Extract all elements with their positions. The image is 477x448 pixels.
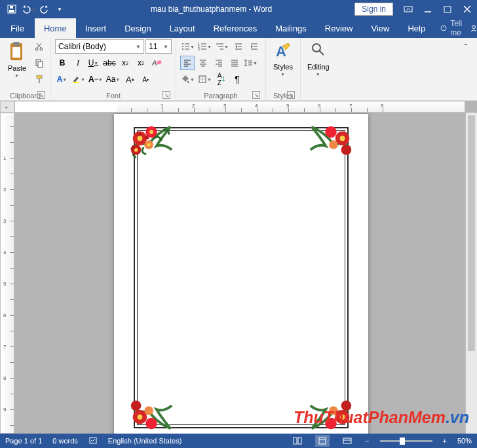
borders-button[interactable]: ▼ xyxy=(197,72,213,86)
shading-button[interactable]: ▼ xyxy=(180,72,196,86)
paste-label: Paste xyxy=(8,64,26,72)
highlight-button[interactable]: ▼ xyxy=(71,72,86,86)
copy-button[interactable] xyxy=(32,56,47,70)
clipboard-launcher[interactable]: ↘ xyxy=(37,91,45,99)
svg-text:3: 3 xyxy=(198,47,200,51)
line-spacing-button[interactable]: ▼ xyxy=(243,56,259,70)
grow-font-button[interactable]: A▴ xyxy=(123,72,137,86)
change-case-button[interactable]: Aa▼ xyxy=(105,72,122,86)
styles-icon: A xyxy=(274,42,292,62)
tab-file[interactable]: File xyxy=(0,18,35,38)
svg-point-29 xyxy=(182,48,183,50)
signin-button[interactable]: Sign in xyxy=(354,3,393,16)
tell-me[interactable]: Tell me xyxy=(440,18,462,38)
tab-design[interactable]: Design xyxy=(115,18,160,38)
svg-point-74 xyxy=(149,130,153,134)
qat-customize[interactable]: ▼ xyxy=(55,1,64,17)
clear-formatting-button[interactable]: A xyxy=(149,56,164,70)
justify-button[interactable] xyxy=(227,56,242,70)
font-launcher[interactable]: ↘ xyxy=(162,91,170,99)
styles-button[interactable]: A Styles▼ xyxy=(270,39,296,77)
tab-view[interactable]: View xyxy=(362,18,398,38)
italic-button[interactable]: I xyxy=(71,56,85,70)
svg-point-81 xyxy=(325,126,337,138)
redo-button[interactable] xyxy=(38,1,54,17)
bullets-button[interactable]: ▼ xyxy=(180,39,196,54)
paragraph-launcher[interactable]: ↘ xyxy=(252,91,260,99)
close-button[interactable] xyxy=(457,0,477,18)
group-editing-label xyxy=(305,91,332,100)
svg-text:A: A xyxy=(151,59,157,67)
zoom-slider[interactable] xyxy=(380,440,432,442)
view-print-layout[interactable] xyxy=(315,435,330,447)
editing-button[interactable]: Editing▼ xyxy=(305,39,332,77)
document-canvas[interactable] xyxy=(14,113,465,434)
text-effects-button[interactable]: A▼ xyxy=(55,72,69,86)
styles-launcher[interactable]: ↘ xyxy=(287,91,295,99)
tab-layout[interactable]: Layout xyxy=(161,18,204,38)
tab-mailings[interactable]: Mailings xyxy=(266,18,316,38)
share-button[interactable]: Share xyxy=(462,18,477,38)
view-read-mode[interactable] xyxy=(290,435,305,447)
collapse-ribbon-button[interactable]: ˇ xyxy=(459,41,473,55)
minimize-button[interactable] xyxy=(418,0,438,18)
superscript-button[interactable]: x2 xyxy=(134,56,148,70)
tab-insert[interactable]: Insert xyxy=(76,18,116,38)
zoom-out-button[interactable]: − xyxy=(365,437,369,445)
numbering-button[interactable]: 123▼ xyxy=(197,39,213,54)
ribbon-display-options[interactable] xyxy=(398,0,418,18)
vertical-ruler[interactable]: 12345678910 xyxy=(0,113,14,434)
zoom-handle[interactable] xyxy=(400,438,405,445)
decrease-indent-button[interactable] xyxy=(231,39,246,54)
tab-references[interactable]: References xyxy=(204,18,266,38)
status-language[interactable]: English (United States) xyxy=(108,437,182,445)
svg-point-80 xyxy=(340,136,345,141)
ruler-corner[interactable]: ⌐ xyxy=(0,101,14,113)
svg-rect-5 xyxy=(444,7,451,12)
undo-button[interactable]: ▼ xyxy=(21,1,37,17)
tab-review[interactable]: Review xyxy=(316,18,362,38)
svg-point-27 xyxy=(182,46,183,47)
strikethrough-button[interactable]: abc xyxy=(102,56,117,70)
align-center-button[interactable] xyxy=(196,56,210,70)
align-right-button[interactable] xyxy=(212,56,226,70)
window-title: mau bia_thuthuatphanmem - Word xyxy=(68,5,354,14)
bold-button[interactable]: B xyxy=(55,56,69,70)
status-spellcheck-icon[interactable] xyxy=(88,436,98,446)
increase-indent-button[interactable] xyxy=(247,39,261,54)
maximize-button[interactable] xyxy=(438,0,457,18)
show-marks-button[interactable]: ¶ xyxy=(230,72,244,86)
save-button[interactable] xyxy=(4,1,20,17)
svg-rect-24 xyxy=(73,82,79,83)
view-web-layout[interactable] xyxy=(340,435,354,447)
font-color-button[interactable]: A▼ xyxy=(88,72,104,86)
svg-rect-1 xyxy=(9,10,14,12)
paste-button[interactable]: Paste ▼ xyxy=(4,39,30,78)
subscript-button[interactable]: x2 xyxy=(118,56,132,70)
font-family-combo[interactable]: Calibri (Body)▼ xyxy=(55,39,144,54)
scrollbar-thumb[interactable] xyxy=(468,115,475,351)
vertical-scrollbar[interactable] xyxy=(465,113,477,434)
format-painter-button[interactable] xyxy=(32,72,47,86)
underline-button[interactable]: U▼ xyxy=(86,56,101,70)
group-paragraph-label: Paragraph↘ xyxy=(180,91,261,100)
cut-button[interactable] xyxy=(32,39,47,54)
shrink-font-button[interactable]: A▾ xyxy=(138,72,153,86)
sort-button[interactable]: AZ xyxy=(214,72,229,86)
tab-help[interactable]: Help xyxy=(398,18,434,38)
status-words[interactable]: 0 words xyxy=(52,437,78,445)
svg-point-10 xyxy=(472,26,476,29)
svg-point-87 xyxy=(131,400,142,411)
status-page[interactable]: Page 1 of 1 xyxy=(5,437,42,445)
zoom-in-button[interactable]: + xyxy=(443,437,447,445)
zoom-level[interactable]: 50% xyxy=(457,437,472,445)
font-size-combo[interactable]: 11▼ xyxy=(145,39,172,54)
styles-label: Styles xyxy=(273,63,293,71)
align-left-button[interactable] xyxy=(180,56,195,70)
horizontal-ruler[interactable]: 12345678 xyxy=(14,101,465,113)
page[interactable] xyxy=(114,114,368,434)
svg-point-25 xyxy=(182,43,183,45)
tab-home[interactable]: Home xyxy=(35,18,76,38)
multilevel-list-button[interactable]: ▼ xyxy=(214,39,230,54)
svg-rect-12 xyxy=(13,42,20,46)
